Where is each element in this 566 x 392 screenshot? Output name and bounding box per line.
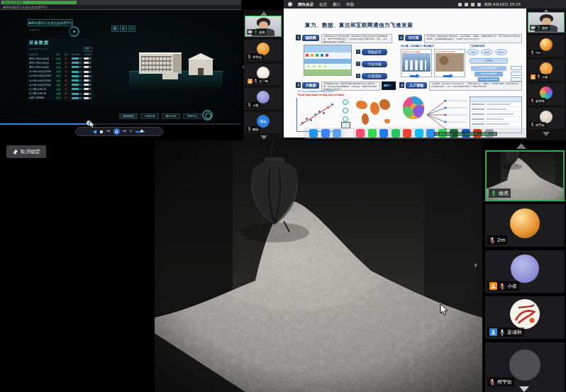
participant-name: 张学仙 (253, 55, 262, 59)
ctrl-bar (84, 71, 91, 73)
dock-icon-wechat[interactable] (392, 129, 400, 138)
rewind-button[interactable]: ◂◂ (106, 130, 110, 133)
device-panel-subtitle: Equipment Data (29, 47, 48, 50)
scroll-up-arrow[interactable] (516, 143, 526, 149)
bigdata-note: 数字化让大数据规模每天都在飞速增长 (298, 90, 334, 93)
saas-bar: SaaS 软件即服务 (471, 66, 506, 71)
participant-tile[interactable]: 小崔 (485, 250, 565, 293)
stack-note-2 (511, 72, 522, 76)
unpin-button[interactable]: 取消锁定 (6, 145, 46, 158)
participant-tile[interactable]: 2m (485, 204, 565, 247)
menu-app[interactable]: 腾讯会议 (298, 2, 313, 7)
dock-icon-music[interactable] (356, 129, 365, 138)
trend-arrow (300, 106, 332, 125)
participant-tile[interactable]: 小崔 (528, 60, 565, 81)
dock-icon-chrome[interactable] (403, 129, 411, 138)
slide-title: 算力、数据、算法和互联网通信力飞速发展 (305, 22, 413, 29)
dock-icon-mail[interactable] (333, 129, 341, 138)
radar-gauge (69, 26, 79, 37)
camera-icon (248, 30, 253, 33)
menu-window[interactable]: 窗口 (333, 2, 340, 7)
run-bar (72, 93, 82, 95)
participant-chip: 何宇欢 (529, 122, 546, 128)
participant-tile[interactable]: 何宇欢 (485, 342, 565, 392)
participant-chip: 徐杰 (530, 25, 550, 30)
menu-meeting[interactable]: 会议 (319, 2, 327, 7)
stop-button[interactable] (100, 130, 103, 133)
dock-icon-facetime[interactable] (368, 129, 377, 138)
iot-diagram (304, 45, 352, 76)
tag2-label: 可信传输 (362, 61, 387, 67)
ctrl-bar (84, 66, 91, 68)
ctrl-bar (84, 75, 91, 77)
forward-button[interactable]: ▸▸ (123, 130, 127, 133)
participant-chip: 王一鸣 (246, 78, 270, 84)
mic-icon (254, 30, 257, 34)
mic-muted-icon (248, 127, 251, 131)
section2-label: 云计算 (405, 35, 422, 41)
cloud-photo-box-2: 以按需付费为商业模式 (434, 49, 465, 77)
scroll-down-arrow[interactable] (260, 135, 267, 140)
dashboard-nav-buttons: 现场监控 工作任务 数字大屏 系统节点 (119, 113, 201, 119)
apple-icon[interactable] (288, 2, 292, 6)
company-window-label: 上海区块链工程技术研究中心有限公司 (434, 132, 497, 136)
dock-icon-qq[interactable] (415, 129, 423, 138)
volume-slider[interactable] (135, 131, 145, 133)
participant-name: 姜珺秋 (536, 99, 545, 103)
paas-bar: PaaS 平台即服务 (475, 72, 503, 77)
map-button-1: 两 (111, 26, 118, 32)
pause-button[interactable] (113, 128, 120, 135)
strip-collapse-chevron[interactable]: › (474, 259, 477, 270)
control-center-icon[interactable] (477, 3, 481, 6)
participant-tile[interactable]: 姜珺秋 (485, 296, 565, 339)
person-icon (491, 330, 496, 335)
unpin-label: 取消锁定 (21, 148, 40, 155)
section3-label: 大数据 (302, 82, 319, 89)
participant-tile[interactable]: 明波 (245, 16, 282, 37)
bluetooth-icon[interactable] (458, 3, 462, 6)
nav-button-bigscreen: 数字大屏 (162, 113, 180, 119)
screen-share-banner[interactable]: 您正在共享屏幕 (1, 1, 77, 4)
participant-tile-speaker[interactable]: 徐杰 (485, 150, 565, 201)
device-row: 站区1#配电柜在线关 (29, 96, 92, 100)
participant-name: 王一鸣 (259, 79, 268, 83)
participant-tile[interactable]: 小敏 (245, 88, 282, 109)
person-icon (531, 75, 535, 79)
menu-help[interactable]: 帮助 (346, 2, 354, 7)
avatar (510, 299, 540, 329)
bigdata-highlight: From big data to big use of data (298, 94, 344, 96)
participant-tile[interactable]: 姜珺秋 (528, 84, 565, 105)
screen-collage: 您正在共享屏幕 襄阳市两河口水务综合监管平台 襄阳市两河口水务综合监管平台 水务… (0, 0, 566, 392)
section4-label: 人工智能 (406, 82, 427, 89)
map-button-3: 口 (128, 26, 135, 32)
speaker-icon[interactable] (93, 130, 96, 134)
participant-chip: 小崔 (487, 281, 519, 291)
run-bar (72, 79, 82, 82)
scroll-down-arrow[interactable] (543, 132, 550, 136)
participant-name: 小崔 (507, 283, 517, 290)
participant-tile[interactable]: 2m (528, 35, 565, 57)
hand-raised-badge (248, 79, 253, 84)
dock-icon-safari[interactable] (321, 129, 330, 138)
ctrl-bar (84, 57, 91, 60)
scroll-down-arrow[interactable] (519, 386, 529, 392)
participant-tile[interactable]: 陶涛 陶涛 (245, 112, 282, 133)
mic-muted-icon (499, 283, 505, 290)
participant-tile[interactable]: 张学仙 (245, 40, 282, 61)
dock-icon-finder[interactable] (309, 129, 318, 138)
participant-tile[interactable]: 徐杰 (528, 12, 565, 33)
dashboard-window: 您正在共享屏幕 襄阳市两河口水务综合监管平台 襄阳市两河口水务综合监管平台 水务… (0, 0, 243, 140)
mic-icon (499, 329, 505, 336)
dock-icon-appstore[interactable] (379, 129, 388, 138)
dock-icon-photos[interactable] (345, 129, 353, 138)
wifi-icon[interactable] (465, 3, 468, 6)
menubar-clock[interactable]: 周四 8月19日 15:15 (484, 2, 521, 7)
ctrl-bar (84, 84, 91, 86)
participant-tile[interactable]: 何宇欢 (528, 108, 565, 129)
section4-desc: 人工智能（Artificial Intelligence），英文缩写为AI，是研… (429, 82, 522, 91)
next-button[interactable]: ▸ (130, 130, 131, 133)
filmstrip-main: 徐杰 2m 小崔 (482, 140, 566, 392)
participant-chip: 姜珺秋 (487, 327, 524, 337)
participant-tile[interactable]: 王一鸣 (245, 64, 282, 85)
dashboard-title: 襄阳市两河口水务综合监管平台 (28, 19, 73, 26)
